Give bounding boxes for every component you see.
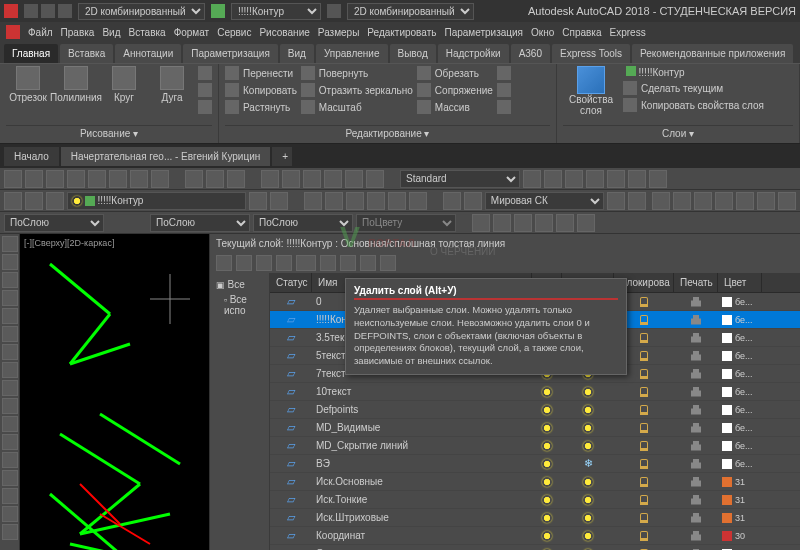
doc-tab-current[interactable]: Начертательная гео... - Евгений Курицин: [61, 147, 270, 166]
tool-icon[interactable]: [2, 398, 18, 414]
layer-on-icon[interactable]: [542, 477, 552, 487]
color-swatch[interactable]: [722, 315, 732, 325]
menu-tools[interactable]: Сервис: [217, 27, 251, 38]
tb-icon[interactable]: [25, 170, 43, 188]
trim-button[interactable]: Обрезать: [417, 66, 493, 80]
print-icon[interactable]: [691, 315, 701, 325]
panel-modify-label[interactable]: Редактирование ▾: [225, 125, 550, 141]
layer-row[interactable]: ▱Иск.Тонкие31: [270, 491, 800, 509]
panel-draw-label[interactable]: Рисование ▾: [6, 125, 212, 141]
tab-featured[interactable]: Рекомендованные приложения: [632, 44, 793, 63]
color-swatch[interactable]: [722, 405, 732, 415]
tool-icon[interactable]: [2, 290, 18, 306]
color-swatch[interactable]: [722, 297, 732, 307]
lock-icon[interactable]: [640, 513, 648, 523]
tb-icon[interactable]: [346, 192, 364, 210]
tab-express[interactable]: Express Tools: [552, 44, 630, 63]
tb-icon[interactable]: [206, 170, 224, 188]
tool-icon[interactable]: [2, 254, 18, 270]
tb-icon[interactable]: [443, 192, 461, 210]
tool-icon[interactable]: [2, 344, 18, 360]
tb-icon[interactable]: [324, 170, 342, 188]
tool-icon[interactable]: [2, 236, 18, 252]
color-swatch[interactable]: [722, 459, 732, 469]
lp-new-layer-vp-icon[interactable]: [340, 255, 356, 271]
color-swatch[interactable]: [722, 387, 732, 397]
sun-icon[interactable]: [583, 441, 593, 451]
lock-icon[interactable]: [640, 333, 648, 343]
fillet-button[interactable]: Сопряжение: [417, 83, 493, 97]
color-swatch[interactable]: [722, 441, 732, 451]
filter-used[interactable]: ▫ Все испо: [214, 292, 265, 318]
lp-new-layer-icon[interactable]: [320, 255, 336, 271]
tool-icon[interactable]: [2, 272, 18, 288]
tab-insert[interactable]: Вставка: [60, 44, 113, 63]
layer-row[interactable]: ▱ВЭ❄бе...: [270, 455, 800, 473]
tb-icon[interactable]: [88, 170, 106, 188]
tb-icon[interactable]: [472, 214, 490, 232]
edit-extra-icon-3[interactable]: [497, 100, 511, 114]
tool-icon[interactable]: [2, 452, 18, 468]
arc-button[interactable]: Дуга: [150, 66, 194, 103]
print-icon[interactable]: [691, 423, 701, 433]
menu-help[interactable]: Справка: [562, 27, 601, 38]
print-icon[interactable]: [691, 369, 701, 379]
linetype-combo[interactable]: ПоСлою: [150, 214, 250, 232]
rotate-button[interactable]: Повернуть: [301, 66, 413, 80]
col-status[interactable]: Статус: [270, 273, 312, 292]
tool-icon[interactable]: [2, 380, 18, 396]
tb-icon[interactable]: [304, 192, 322, 210]
lock-icon[interactable]: [640, 387, 648, 397]
copy-button[interactable]: Копировать: [225, 83, 297, 97]
lock-icon[interactable]: [640, 405, 648, 415]
tb-icon[interactable]: [46, 170, 64, 188]
tab-view[interactable]: Вид: [280, 44, 314, 63]
color-combo[interactable]: ПоСлою: [4, 214, 104, 232]
lock-icon[interactable]: [640, 477, 648, 487]
tool-icon[interactable]: [2, 362, 18, 378]
tool-icon[interactable]: [2, 506, 18, 522]
tb-icon[interactable]: [778, 192, 796, 210]
tab-addins[interactable]: Надстройки: [438, 44, 509, 63]
tool-icon[interactable]: [2, 524, 18, 540]
color-swatch[interactable]: [722, 351, 732, 361]
tb-icon[interactable]: [652, 192, 670, 210]
tb-icon[interactable]: [366, 170, 384, 188]
panel-layers-label[interactable]: Слои ▾: [563, 125, 793, 141]
col-print[interactable]: Печать: [674, 273, 718, 292]
tb-icon[interactable]: [694, 192, 712, 210]
sun-icon[interactable]: [583, 513, 593, 523]
print-icon[interactable]: [691, 387, 701, 397]
tb-icon[interactable]: [556, 214, 574, 232]
tab-a360[interactable]: A360: [511, 44, 550, 63]
tool-icon[interactable]: [2, 416, 18, 432]
lp-tool-icon[interactable]: [236, 255, 252, 271]
tb-icon[interactable]: [673, 192, 691, 210]
lp-set-current-icon[interactable]: [380, 255, 396, 271]
lp-delete-layer-icon[interactable]: [360, 255, 376, 271]
tb-icon[interactable]: [757, 192, 775, 210]
menu-edit[interactable]: Правка: [61, 27, 95, 38]
menu-window[interactable]: Окно: [531, 27, 554, 38]
print-icon[interactable]: [691, 351, 701, 361]
tb-icon[interactable]: [4, 192, 22, 210]
tool-icon[interactable]: [2, 434, 18, 450]
tab-home[interactable]: Главная: [4, 44, 58, 63]
circle-button[interactable]: Круг: [102, 66, 146, 103]
color-swatch[interactable]: [722, 513, 732, 523]
tb-icon[interactable]: [185, 170, 203, 188]
tb-icon[interactable]: [303, 170, 321, 188]
layer-row[interactable]: ▱10текстбе...: [270, 383, 800, 401]
sun-icon[interactable]: [583, 531, 593, 541]
extra-draw-icon[interactable]: [198, 66, 212, 80]
tab-parametric[interactable]: Параметризация: [183, 44, 278, 63]
tab-output[interactable]: Вывод: [390, 44, 436, 63]
lp-tool-icon[interactable]: [276, 255, 292, 271]
tb-icon[interactable]: [261, 170, 279, 188]
lineweight-combo[interactable]: ПоСлою: [253, 214, 353, 232]
tb-icon[interactable]: [607, 170, 625, 188]
style-combo[interactable]: Standard: [400, 170, 520, 188]
menu-view[interactable]: Вид: [102, 27, 120, 38]
tb-icon[interactable]: [270, 192, 288, 210]
match-layer-button[interactable]: Копировать свойства слоя: [623, 98, 793, 112]
